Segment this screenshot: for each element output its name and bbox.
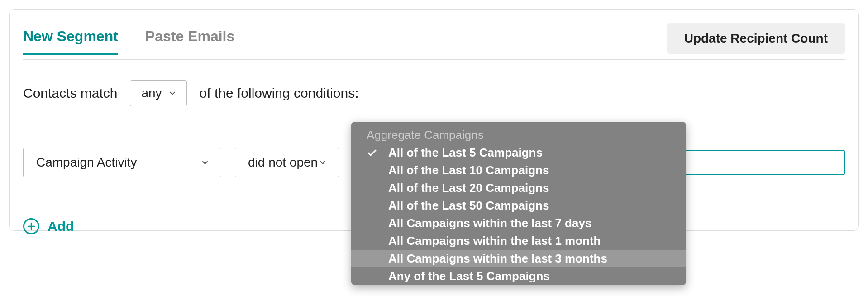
chevron-down-icon xyxy=(320,159,326,166)
condition-field-value: Campaign Activity xyxy=(36,155,137,170)
dropdown-option-label: All of the Last 50 Campaigns xyxy=(388,199,679,213)
conditions-header: Contacts match any of the following cond… xyxy=(23,80,845,127)
top-row: New Segment Paste Emails Update Recipien… xyxy=(23,23,845,60)
dropdown-option-label: All of the Last 5 Campaigns xyxy=(388,146,679,160)
dropdown-option[interactable]: All Campaigns within the last 1 month xyxy=(351,232,686,250)
dropdown-option-label: All Campaigns within the last 7 days xyxy=(388,216,679,230)
condition-operator-select[interactable]: did not open xyxy=(235,148,339,177)
dropdown-option-label: All Campaigns within the last 3 months xyxy=(388,252,679,266)
dropdown-option[interactable]: All Campaigns within the last 7 days xyxy=(351,215,686,232)
update-recipient-count-button[interactable]: Update Recipient Count xyxy=(667,23,845,54)
dropdown-option-label: All Campaigns within the last 1 month xyxy=(388,234,679,248)
conditions-suffix: of the following conditions: xyxy=(200,86,359,101)
dropdown-option[interactable]: All of the Last 5 Campaigns xyxy=(351,144,686,162)
segment-panel: New Segment Paste Emails Update Recipien… xyxy=(9,9,859,231)
check-icon xyxy=(367,149,377,157)
campaign-dropdown-menu: Aggregate Campaigns All of the Last 5 Ca… xyxy=(351,122,686,285)
dropdown-group-header: Aggregate Campaigns xyxy=(351,124,686,144)
dropdown-option-label: All of the Last 20 Campaigns xyxy=(388,181,679,195)
plus-circle-icon xyxy=(23,218,39,234)
condition-field-select[interactable]: Campaign Activity xyxy=(23,148,221,177)
match-mode-value: any xyxy=(141,86,162,100)
tabs: New Segment Paste Emails xyxy=(23,28,234,54)
dropdown-option[interactable]: All Campaigns within the last 3 months xyxy=(351,250,686,267)
conditions-prefix: Contacts match xyxy=(23,86,117,101)
dropdown-option[interactable]: Any of the Last 5 Campaigns xyxy=(351,267,686,285)
dropdown-option-label: Any of the Last 5 Campaigns xyxy=(388,269,679,283)
condition-operator-value: did not open xyxy=(248,155,318,170)
dropdown-option[interactable]: All of the Last 50 Campaigns xyxy=(351,197,686,215)
dropdown-option-label: All of the Last 10 Campaigns xyxy=(388,163,679,177)
add-label: Add xyxy=(48,219,74,234)
dropdown-option[interactable]: All of the Last 20 Campaigns xyxy=(351,179,686,197)
dropdown-option[interactable]: All of the Last 10 Campaigns xyxy=(351,162,686,179)
tab-new-segment[interactable]: New Segment xyxy=(23,28,118,55)
chevron-down-icon xyxy=(169,90,176,96)
tab-paste-emails[interactable]: Paste Emails xyxy=(145,28,234,55)
match-mode-select[interactable]: any xyxy=(130,80,186,106)
chevron-down-icon xyxy=(202,159,208,166)
